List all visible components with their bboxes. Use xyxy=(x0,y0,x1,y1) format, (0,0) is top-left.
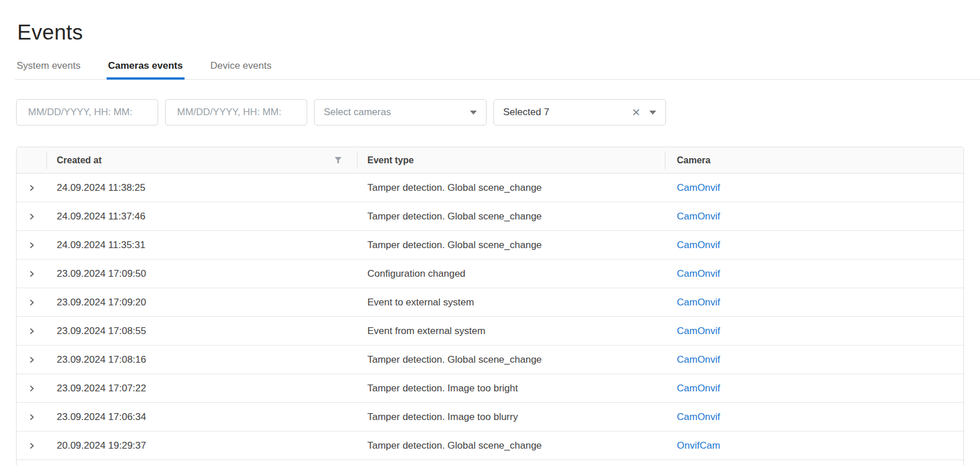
select-cameras-dropdown[interactable]: Select cameras xyxy=(314,99,487,125)
event-type-cell: Tamper detection. Global scene_change xyxy=(357,182,665,194)
table-row: 23.09.2024 17:09:20 Event to external sy… xyxy=(17,288,963,317)
created-at-cell: 23.09.2024 17:08:16 xyxy=(46,354,357,366)
event-type-cell: Tamper detection. Global scene_change xyxy=(357,240,665,251)
tab-system-events[interactable]: System events xyxy=(15,60,83,79)
event-type-column-header: Event type xyxy=(357,147,665,173)
expand-row-button[interactable] xyxy=(26,297,37,308)
chevron-right-icon xyxy=(27,241,36,250)
expander-column-header xyxy=(17,147,46,173)
filter-bar: Select cameras Selected 7 × xyxy=(16,99,980,125)
created-at-cell: 24.09.2024 11:35:31 xyxy=(46,240,357,251)
date-to-input[interactable] xyxy=(165,99,307,125)
expand-row-button[interactable] xyxy=(26,440,37,452)
expand-row-button[interactable] xyxy=(26,268,37,280)
expand-row-button[interactable] xyxy=(26,354,37,366)
table-row: 24.09.2024 11:37:46 Tamper detection. Gl… xyxy=(17,202,963,231)
chevron-right-icon xyxy=(27,413,36,422)
created-at-header-label: Created at xyxy=(57,155,101,166)
chevron-right-icon xyxy=(27,183,36,193)
tab-bar: System events Cameras events Device even… xyxy=(15,60,980,80)
camera-column-header: Camera xyxy=(665,147,963,173)
table-row: 23.09.2024 17:09:50 Configuration change… xyxy=(17,260,963,288)
created-at-cell: 23.09.2024 17:08:55 xyxy=(46,325,357,337)
table-row: 23.09.2024 17:08:55 Event from external … xyxy=(17,317,963,346)
expand-row-button[interactable] xyxy=(26,325,37,337)
event-type-cell: Tamper detection. Image too bright xyxy=(357,383,665,394)
select-cameras-placeholder: Select cameras xyxy=(324,107,391,118)
expand-row-button[interactable] xyxy=(26,240,37,251)
chevron-right-icon xyxy=(27,355,36,364)
table-row: 23.09.2024 17:08:16 Tamper detection. Gl… xyxy=(17,346,963,374)
camera-link[interactable]: CamOnvif xyxy=(677,268,720,279)
event-type-cell: Tamper detection. Global scene_change xyxy=(357,354,665,366)
camera-link[interactable]: CamOnvif xyxy=(677,354,720,365)
camera-link[interactable]: OnvifCam xyxy=(677,440,720,451)
event-type-cell: Configuration changed xyxy=(357,268,665,280)
page-title: Events xyxy=(17,21,980,45)
chevron-down-icon xyxy=(649,111,656,115)
created-at-cell: 20.09.2024 19:29:37 xyxy=(46,440,357,452)
table-row: 24.09.2024 11:35:31 Tamper detection. Gl… xyxy=(17,231,963,260)
created-at-cell: 24.09.2024 11:38:25 xyxy=(46,182,357,194)
camera-link[interactable]: CamOnvif xyxy=(677,325,720,336)
selected-cameras-dropdown[interactable]: Selected 7 × xyxy=(493,99,666,125)
created-at-cell: 24.09.2024 11:37:46 xyxy=(46,211,357,222)
created-at-cell: 23.09.2024 17:07:22 xyxy=(46,383,357,394)
chevron-down-icon xyxy=(470,111,477,115)
tab-device-events[interactable]: Device events xyxy=(209,60,273,79)
camera-header-label: Camera xyxy=(677,155,711,166)
expand-row-button[interactable] xyxy=(26,411,37,423)
camera-link[interactable]: CamOnvif xyxy=(677,240,720,250)
selected-cameras-value: Selected 7 xyxy=(503,107,549,118)
camera-link[interactable]: CamOnvif xyxy=(677,411,720,422)
chevron-right-icon xyxy=(27,384,36,393)
chevron-right-icon xyxy=(27,298,36,307)
event-type-cell: Tamper detection. Global scene_change xyxy=(357,440,665,452)
created-at-cell: 23.09.2024 17:09:20 xyxy=(46,297,357,308)
created-at-cell: 23.09.2024 17:09:50 xyxy=(46,268,357,280)
event-type-cell: Event to external system xyxy=(357,297,665,308)
chevron-right-icon xyxy=(27,441,36,450)
table-row: 23.09.2024 17:07:22 Tamper detection. Im… xyxy=(17,374,963,403)
camera-link[interactable]: CamOnvif xyxy=(677,383,720,394)
event-type-header-label: Event type xyxy=(367,155,414,166)
tab-cameras-events[interactable]: Cameras events xyxy=(107,60,185,79)
camera-link[interactable]: CamOnvif xyxy=(677,211,720,222)
expand-row-button[interactable] xyxy=(26,182,37,194)
camera-link[interactable]: CamOnvif xyxy=(677,297,720,308)
created-at-cell: 23.09.2024 17:06:34 xyxy=(46,411,357,423)
table-row: 20.09.2024 19:29:37 Tamper detection. Gl… xyxy=(17,431,963,460)
chevron-right-icon xyxy=(27,327,36,336)
event-type-cell: Event from external system xyxy=(357,325,665,337)
created-at-column-header: Created at xyxy=(46,147,357,173)
expand-row-button[interactable] xyxy=(26,211,37,222)
table-header-row: Created at Event type Camera xyxy=(17,147,963,174)
table-row: 24.09.2024 11:38:25 Tamper detection. Gl… xyxy=(17,174,963,202)
camera-link[interactable]: CamOnvif xyxy=(677,182,720,193)
events-table: Created at Event type Camera 24.09.2024 … xyxy=(16,147,964,465)
table-row: 23.09.2024 17:06:34 Tamper detection. Im… xyxy=(17,403,963,431)
event-type-cell: Tamper detection. Global scene_change xyxy=(357,211,665,222)
filter-funnel-icon[interactable] xyxy=(334,156,342,164)
date-from-input[interactable] xyxy=(16,99,158,125)
chevron-right-icon xyxy=(27,212,36,221)
event-type-cell: Tamper detection. Image too blurry xyxy=(357,411,665,423)
clear-icon[interactable]: × xyxy=(632,107,640,118)
chevron-right-icon xyxy=(27,269,36,278)
expand-row-button[interactable] xyxy=(26,383,37,394)
